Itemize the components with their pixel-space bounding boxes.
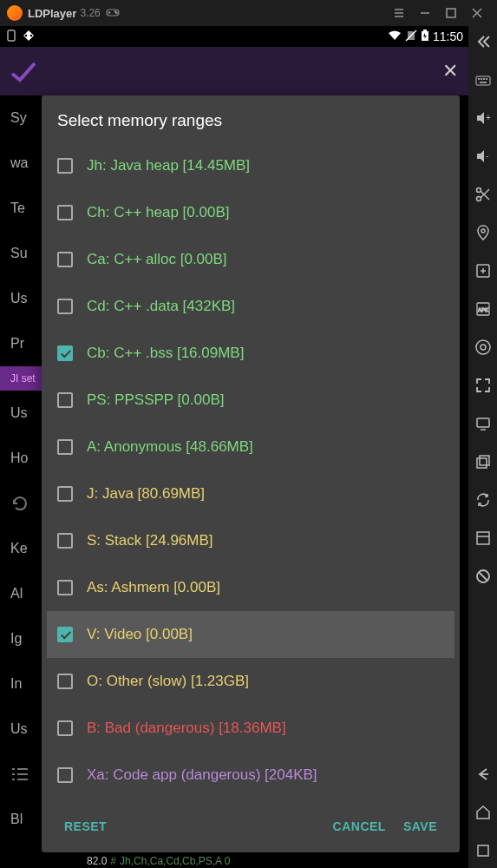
add-window-icon[interactable] [474,262,492,279]
checkbox[interactable] [57,486,73,502]
memory-range-item[interactable]: O: Other (slow) [1.23GB] [47,658,454,705]
keyboard-icon[interactable] [474,71,492,89]
minimize-button[interactable] [412,4,438,22]
checkmark-icon [10,58,36,84]
memory-ranges-list[interactable]: Jh: Java heap [14.45MB]Ch: C++ heap [0.0… [42,142,460,804]
memory-range-item[interactable]: As: Ashmem [0.00B] [47,564,454,611]
dialog-footer: RESET CANCEL SAVE [42,804,460,852]
close-button[interactable] [464,4,490,22]
settings-icon[interactable] [474,339,492,356]
checkbox[interactable] [57,533,73,549]
save-button[interactable]: SAVE [395,812,446,840]
checkbox[interactable] [57,392,73,408]
svg-rect-18 [423,30,427,31]
bg-item: Ke [0,526,43,571]
gamepad-icon [106,6,120,20]
checkbox[interactable] [57,345,73,361]
checkbox[interactable] [57,674,73,689]
svg-text:APK: APK [477,307,487,312]
maximize-button[interactable] [438,4,464,22]
memory-range-label: Ch: C++ heap [0.00B] [87,204,229,221]
memory-range-item[interactable]: Jh: Java heap [14.45MB] [47,142,454,189]
bg-item: Sy [0,95,43,141]
multi-window-icon[interactable] [474,453,492,470]
memory-range-item[interactable]: S: Stack [24.96MB] [47,517,454,564]
svg-line-38 [481,191,489,200]
memory-range-item[interactable]: Cd: C++ .data [432KB] [47,283,454,330]
memory-range-item[interactable]: J: Java [80.69MB] [47,470,454,517]
menu-button[interactable] [386,4,412,22]
memory-range-item[interactable]: Ca: C++ alloc [0.00B] [47,236,454,283]
bg-item: Bl [0,797,43,842]
header-close-icon[interactable]: ✕ [442,60,458,82]
checkbox[interactable] [57,299,73,314]
svg-point-30 [486,78,487,79]
status-footer: 82.0 # Jh,Ch,Ca,Cd,Cb,PS,A 0 [0,854,468,868]
checkbox[interactable] [57,252,73,267]
memory-range-item[interactable]: Ch: C++ heap [0.00B] [47,189,454,236]
dialog-title: Select memory ranges [42,95,460,142]
memory-range-item[interactable]: A: Anonymous [48.66MB] [47,424,454,470]
bg-item [0,481,43,526]
svg-rect-12 [8,30,15,41]
app-name: LDPlayer [28,7,76,20]
clock-time: 11:50 [433,30,463,43]
no-sim-icon [405,30,417,44]
svg-rect-52 [477,532,489,544]
bg-item: Al [0,571,43,616]
svg-point-40 [481,229,485,233]
bg-item: Us [0,276,43,321]
sync-icon[interactable] [474,491,492,509]
emulator-titlebar: LDPlayer 3.26 [0,0,497,26]
memory-range-label: O: Other (slow) [1.23GB] [87,673,249,690]
checkbox[interactable] [57,767,73,783]
back-icon[interactable] [474,766,492,783]
svg-text:+: + [486,113,491,122]
fullscreen-icon[interactable] [474,377,492,394]
disk-icon[interactable] [474,529,492,547]
cancel-button[interactable]: CANCEL [324,812,395,840]
emulator-toolbar: + - APK [468,26,497,868]
memory-range-item[interactable]: Xa: Code app (dangerous) [204KB] [47,752,454,799]
scissors-icon[interactable] [474,186,492,203]
checkbox[interactable] [57,720,73,736]
volume-up-icon[interactable]: + [474,109,492,127]
memory-range-item[interactable]: B: Bad (dangerous) [18.36MB] [47,705,454,752]
apk-icon[interactable]: APK [474,300,492,318]
memory-range-label: J: Java [80.69MB] [87,485,205,503]
recent-icon[interactable] [474,842,492,859]
checkbox[interactable] [57,205,73,220]
memory-range-item[interactable]: Cb: C++ .bss [16.09MB] [47,330,454,377]
memory-range-label: Ca: C++ alloc [0.00B] [87,251,227,268]
svg-rect-50 [477,458,487,468]
memory-range-label: Cd: C++ .data [432KB] [87,298,235,315]
checkbox[interactable] [57,580,73,595]
bg-item-highlighted: JI set [0,366,43,391]
memory-range-label: Jh: Java heap [14.45MB] [87,157,250,174]
volume-down-icon[interactable]: - [474,148,492,165]
home-icon[interactable] [474,804,492,821]
checkbox[interactable] [57,158,73,174]
collapse-icon[interactable] [474,33,492,50]
memory-range-label: S: Stack [24.96MB] [87,532,213,549]
svg-line-55 [479,572,487,581]
memory-range-label: Xa: Code app (dangerous) [204KB] [87,766,317,784]
svg-point-28 [481,78,481,79]
footer-regions: Jh,Ch,Ca,Cd,Cb,PS,A 0 [120,855,230,867]
checkbox[interactable] [57,627,73,642]
checkbox[interactable] [57,439,73,455]
memory-range-item[interactable]: PS: PPSSPP [0.00B] [47,377,454,424]
bg-item: wa [0,141,43,186]
bg-item: Us [0,391,43,436]
memory-range-item[interactable]: V: Video [0.00B] [47,611,454,658]
monitor-icon[interactable] [474,415,492,432]
app-version: 3.26 [80,7,100,19]
android-statusbar: 11:50 [0,26,468,47]
rotate-icon[interactable] [474,568,492,585]
reset-button[interactable]: RESET [56,812,115,840]
memory-range-label: Cb: C++ .bss [16.09MB] [87,345,244,362]
bg-item: Ig [0,616,43,661]
svg-point-46 [481,345,486,350]
bg-item: Pr [0,321,43,366]
location-icon[interactable] [474,224,492,241]
